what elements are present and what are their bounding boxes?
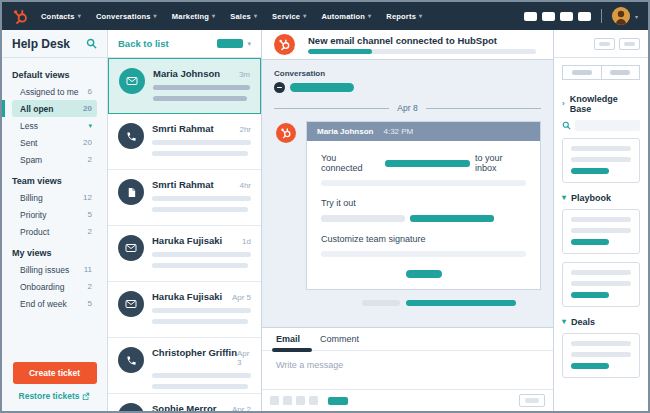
sidebar-item-billing[interactable]: Billing12 [12, 189, 97, 206]
chevron-down-icon[interactable]: ▾ [635, 13, 638, 20]
nav-item-marketing[interactable]: Marketing▾ [172, 12, 215, 21]
list-filter-dropdown[interactable]: ▾ [217, 39, 251, 48]
emoji-icon[interactable] [296, 396, 305, 405]
preview-bar [153, 96, 247, 101]
nav-item-service[interactable]: Service▾ [272, 12, 306, 21]
chevron-down-icon: ▾ [247, 40, 251, 48]
sidebar-item-end-of-week[interactable]: End of week5 [12, 295, 97, 312]
placeholder-bar [410, 215, 494, 222]
sidebar-item-less[interactable]: Less▾ [12, 117, 97, 134]
conversation-column: New email channel connected to HubSpot C… [262, 30, 553, 411]
ticket-name: Christopher Griffin [152, 347, 237, 358]
content-area: Help Desk Default views Assigned to me6 … [2, 30, 648, 411]
format-icon[interactable] [270, 396, 279, 405]
panel-tab[interactable] [601, 65, 641, 80]
sidebar-footer: Create ticket Restore tickets [12, 362, 97, 411]
ticket-row[interactable]: Sophie MerrorApr 2 [108, 394, 261, 411]
email-icon [119, 68, 145, 94]
count-badge: 20 [83, 104, 92, 113]
composer-tabs: Email Comment [262, 328, 553, 351]
create-ticket-button[interactable]: Create ticket [13, 362, 97, 384]
helpdesk-sidebar: Help Desk Default views Assigned to me6 … [2, 30, 108, 411]
nav-item-reports[interactable]: Reports▾ [386, 12, 422, 21]
nav-item-contacts[interactable]: Contacts▾ [41, 12, 81, 21]
ticket-row[interactable]: Christopher GriffinApr 3 [108, 338, 261, 394]
phone-icon [118, 123, 144, 149]
chevron-down-icon: ▾ [419, 13, 422, 19]
chevron-right-icon: › [562, 100, 565, 108]
panel-tab[interactable] [562, 65, 602, 80]
panel-header [554, 30, 648, 58]
nav-item-conversations[interactable]: Conversations▾ [96, 12, 157, 21]
ticket-row[interactable]: Maria Johnson3m [108, 58, 261, 114]
knowledge-base-card[interactable] [562, 138, 640, 183]
back-to-list-link[interactable]: Back to list [118, 38, 169, 49]
email-icon [118, 291, 144, 317]
nav-item-automation[interactable]: Automation▾ [321, 12, 371, 21]
deal-card[interactable] [562, 333, 640, 378]
message-line: Try it out [321, 198, 526, 208]
count-badge: 2 [88, 155, 92, 164]
link-icon[interactable] [309, 396, 318, 405]
nav-tool-icon[interactable] [524, 12, 537, 21]
sidebar-body: Default views Assigned to me6 All open20… [2, 58, 107, 411]
ticket-row[interactable]: Smrti Rahmat4hr [108, 170, 261, 226]
ticket-row[interactable]: Smrti Rahmat2hr [108, 114, 261, 170]
tab-email[interactable]: Email [276, 334, 300, 344]
sidebar-item-sent[interactable]: Sent20 [12, 134, 97, 151]
ticket-row[interactable]: Haruka FujisakiApr 5 [108, 282, 261, 338]
count-badge: 5 [88, 210, 92, 219]
sidebar-item-priority[interactable]: Priority5 [12, 206, 97, 223]
placeholder-bar [571, 341, 631, 346]
sidebar-item-all-open[interactable]: All open20 [12, 100, 97, 117]
chevron-down-icon: ▾ [303, 13, 306, 19]
nav-tool-icon[interactable] [542, 12, 555, 21]
panel-action-button[interactable] [619, 38, 640, 50]
message-line [321, 215, 526, 222]
panel-action-button[interactable] [594, 38, 615, 50]
preview-bar [152, 263, 248, 268]
tab-comment[interactable]: Comment [320, 334, 359, 344]
date-label: Apr 8 [397, 103, 417, 113]
sidebar-item-assigned-to-me[interactable]: Assigned to me6 [12, 83, 97, 100]
hubspot-sprocket-icon[interactable] [12, 8, 29, 25]
reply-row [362, 300, 541, 306]
minus-circle-icon [274, 82, 285, 93]
placeholder-bar [571, 157, 631, 162]
section-deals[interactable]: ▾ Deals [562, 317, 640, 327]
sidebar-item-onboarding[interactable]: Onboarding2 [12, 278, 97, 295]
composer-toolbar [262, 389, 553, 411]
message-input[interactable]: Write a message [262, 351, 553, 389]
sidebar-item-product[interactable]: Product2 [12, 223, 97, 240]
restore-tickets-link[interactable]: Restore tickets [19, 391, 91, 401]
user-avatar[interactable] [612, 7, 630, 25]
hubspot-sprocket-icon [274, 34, 295, 55]
preview-bar [152, 373, 251, 378]
count-badge: 11 [84, 265, 92, 274]
nav-tool-icon[interactable] [578, 12, 591, 21]
count-badge: 12 [83, 193, 92, 202]
search-input[interactable] [575, 120, 640, 131]
ticket-row[interactable]: Haruka Fujisaki1d [108, 226, 261, 282]
panel-body: › Knowledge Base ▾ Play [554, 80, 648, 390]
sidebar-item-spam[interactable]: Spam2 [12, 151, 97, 168]
nav-tool-icon[interactable] [560, 12, 573, 21]
section-playbook[interactable]: ▾ Playbook [562, 193, 640, 203]
sidebar-item-billing-issues[interactable]: Billing issues11 [12, 261, 97, 278]
active-tab-indicator [272, 348, 312, 352]
chevron-down-icon: ▾ [154, 13, 157, 19]
playbook-card[interactable] [562, 209, 640, 254]
insert-snippet-button[interactable] [328, 397, 348, 405]
banner-title: New email channel connected to HubSpot [308, 35, 497, 46]
nav-item-sales[interactable]: Sales▾ [230, 12, 257, 21]
preview-bar [152, 252, 251, 257]
send-button[interactable] [519, 394, 545, 407]
search-icon[interactable] [86, 38, 97, 49]
section-knowledge-base[interactable]: › Knowledge Base [562, 94, 640, 114]
message-cta-button[interactable] [406, 270, 442, 278]
ticket-time: Apr 2 [232, 405, 251, 411]
ticket-time: 2hr [239, 125, 251, 134]
attach-icon[interactable] [283, 396, 292, 405]
setup-progress-bar [308, 49, 536, 54]
playbook-card[interactable] [562, 262, 640, 307]
